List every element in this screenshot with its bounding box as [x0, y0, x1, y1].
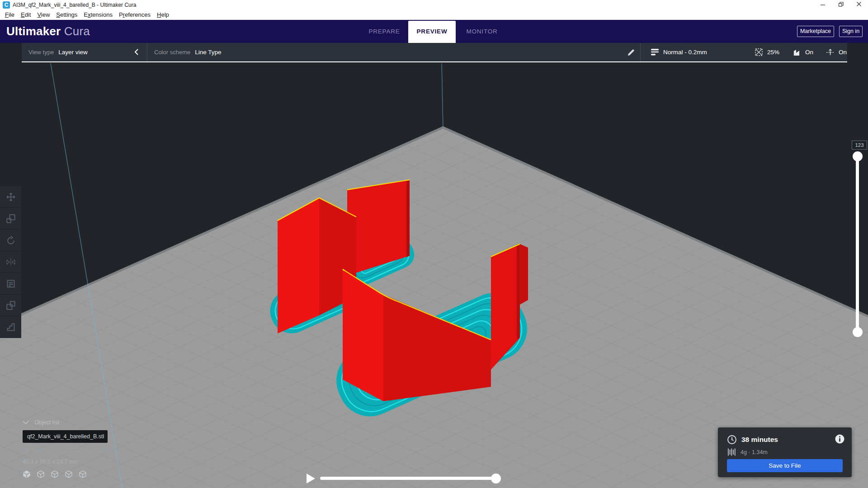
- restore-icon: [838, 1, 844, 7]
- viewport-3d-canvas[interactable]: [0, 0, 868, 488]
- stage-tab-preview[interactable]: PREVIEW: [408, 21, 456, 43]
- infill-value: 25%: [767, 49, 779, 56]
- view-front-button[interactable]: [37, 470, 45, 480]
- info-icon: [835, 434, 844, 444]
- toolbar-divider: [147, 43, 147, 61]
- tool-per-model-settings-button[interactable]: [0, 273, 21, 294]
- rename-pencil-icon[interactable]: [23, 448, 29, 455]
- infill-setting[interactable]: 25%: [755, 43, 779, 61]
- print-summary-panel: 38 minutes 4g · 1.34m Save to File: [718, 427, 852, 477]
- color-scheme-selector[interactable]: Color scheme Line Type: [154, 43, 222, 61]
- menu-preferences[interactable]: Preferences: [116, 10, 154, 20]
- tool-rotate-button[interactable]: [0, 230, 21, 251]
- tool-rotate-icon: [6, 236, 15, 245]
- chevron-down-icon: [23, 421, 29, 425]
- color-scheme-label: Color scheme: [154, 49, 190, 56]
- scene-tools-toolbar: [0, 186, 21, 338]
- tool-support-blocker-button[interactable]: [0, 295, 21, 316]
- object-list-item[interactable]: qf2_Mark_viii_4_barelled_B.stl: [23, 430, 108, 443]
- color-scheme-value: Line Type: [195, 49, 221, 56]
- tool-custom-supports-icon: [6, 323, 15, 332]
- print-details-button[interactable]: [835, 434, 844, 446]
- tool-mirror-icon: [6, 258, 15, 267]
- object-list-panel: Object list qf2_Mark_viii_4_barelled_B.s…: [23, 418, 119, 480]
- preview-toolbar: View type Layer view Color scheme Line T…: [22, 43, 847, 62]
- minimize-button[interactable]: [814, 0, 832, 10]
- adhesion-icon: [826, 48, 834, 56]
- ultimaker-cura-logo: Ultimaker Cura: [6, 24, 90, 38]
- menu-extensions[interactable]: Extensions: [80, 10, 116, 20]
- support-setting[interactable]: On: [793, 43, 813, 61]
- tool-move-icon: [6, 192, 15, 202]
- simulation-play-button[interactable]: [306, 473, 316, 486]
- view-right-icon: [79, 470, 87, 479]
- sign-in-button[interactable]: Sign in: [839, 26, 863, 37]
- current-layer-badge: 123: [852, 141, 867, 150]
- adhesion-setting[interactable]: On: [826, 43, 847, 61]
- view-top-icon: [51, 470, 59, 479]
- view-left-icon: [65, 470, 73, 479]
- object-list-label: Object list: [34, 419, 59, 426]
- cura-app-icon: C: [3, 1, 10, 9]
- infill-icon: [755, 48, 763, 56]
- tool-scale-button[interactable]: [0, 208, 21, 229]
- model-name-row: AI3M_qf2_Mark_viii_4_barelled_B: [23, 448, 119, 455]
- window-title: AI3M_qf2_Mark_viii_4_barelled_B - Ultima…: [13, 2, 136, 8]
- stage-tab-prepare[interactable]: PREPARE: [362, 20, 407, 43]
- menu-help[interactable]: Help: [154, 10, 172, 20]
- marketplace-button[interactable]: Marketplace: [797, 26, 834, 37]
- print-time: 38 minutes: [741, 436, 778, 444]
- print-settings-panel[interactable]: Normal - 0.2mm: [651, 43, 707, 61]
- support-value: On: [805, 49, 813, 56]
- clock-icon: [727, 435, 737, 445]
- model-name: AI3M_qf2_Mark_viii_4_barelled_B: [33, 448, 119, 455]
- path-slider-track[interactable]: [320, 477, 499, 480]
- material-usage: 4g · 1.34m: [741, 449, 768, 455]
- menu-bar: FileEditViewSettingsExtensionsPreference…: [0, 10, 868, 20]
- adhesion-value: On: [839, 49, 847, 56]
- view-right-button[interactable]: [79, 470, 87, 480]
- view-3d-button[interactable]: [23, 470, 31, 480]
- layer-slider-lower-handle[interactable]: [853, 327, 863, 337]
- tool-mirror-button[interactable]: [0, 251, 21, 272]
- pencil-icon: [627, 49, 635, 56]
- restore-button[interactable]: [832, 0, 850, 10]
- play-icon: [306, 473, 316, 484]
- tool-move-button[interactable]: [0, 186, 21, 207]
- collapse-view-type-button[interactable]: [134, 48, 139, 57]
- tool-custom-supports-button[interactable]: [0, 316, 21, 338]
- support-icon: [793, 49, 801, 56]
- tool-support-blocker-icon: [6, 301, 15, 310]
- model-dimensions: 40.3 x 56.0 x 24.7 mm: [23, 459, 119, 465]
- menu-file[interactable]: File: [2, 10, 18, 20]
- layer-slider-upper-handle[interactable]: [853, 151, 863, 161]
- edit-view-settings-button[interactable]: [627, 49, 635, 58]
- menu-edit[interactable]: Edit: [18, 10, 34, 20]
- view-top-button[interactable]: [51, 470, 59, 480]
- view-left-button[interactable]: [65, 470, 73, 480]
- toolbar-divider: [640, 43, 641, 61]
- app-header: Ultimaker Cura PREPAREPREVIEWMONITOR Mar…: [0, 20, 868, 43]
- close-button[interactable]: [850, 0, 868, 10]
- camera-view-presets: [23, 470, 119, 480]
- layer-slider-track[interactable]: [856, 156, 859, 333]
- object-list-header[interactable]: Object list: [23, 418, 119, 427]
- close-icon: [856, 1, 862, 7]
- tool-scale-icon: [6, 214, 15, 223]
- menu-view[interactable]: View: [34, 10, 53, 20]
- save-to-file-button[interactable]: Save to File: [727, 459, 843, 472]
- layers-icon: [651, 49, 659, 56]
- view-type-value: Layer view: [58, 49, 88, 56]
- minimize-icon: [820, 1, 826, 7]
- view-front-icon: [37, 470, 45, 479]
- title-bar: C AI3M_qf2_Mark_viii_4_barelled_B - Ulti…: [0, 0, 868, 10]
- chevron-left-icon: [134, 48, 139, 56]
- menu-settings[interactable]: Settings: [53, 10, 80, 20]
- view-type-label: View type: [28, 49, 54, 56]
- path-slider-handle[interactable]: [491, 474, 501, 483]
- view-type-selector[interactable]: View type Layer view: [28, 43, 88, 61]
- material-spool-icon: [728, 448, 736, 456]
- view-3d-icon: [23, 470, 31, 479]
- profile-value: Normal - 0.2mm: [663, 49, 707, 56]
- stage-tab-monitor[interactable]: MONITOR: [459, 20, 505, 43]
